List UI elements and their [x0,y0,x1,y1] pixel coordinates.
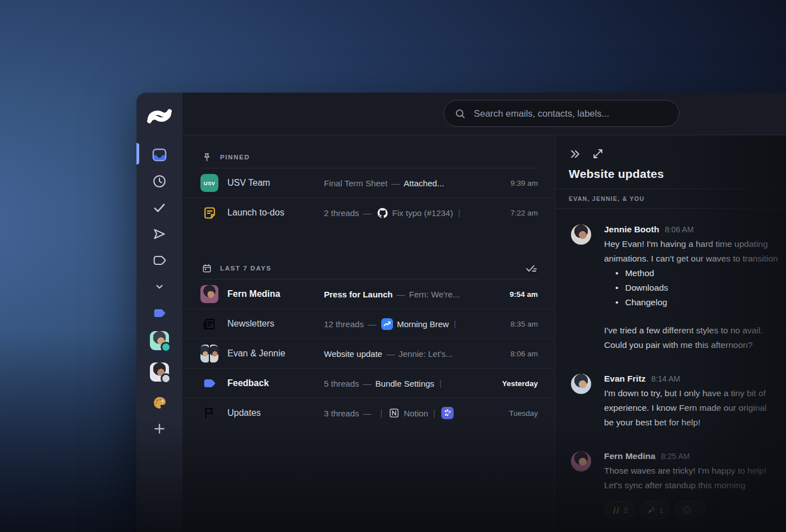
participants-bar: EVAN, JENNIE, & YOU [555,189,786,209]
snippet-text: 3 threads [324,409,359,418]
snippet-text: Notion [404,409,428,418]
snippet-text: Fix typo (#1234) [392,208,453,218]
snippet-text: | [449,319,461,328]
sidebar-nav [147,145,172,446]
message: Evan Fritz8:14 AMI'm down to try, but I … [571,374,786,430]
active-indicator [136,143,139,164]
message-avatar [571,224,591,245]
avatar-badge: USV [200,174,218,192]
snippet-text: Morning Brew [397,319,449,329]
mark-all-done-icon[interactable] [524,262,538,275]
label-outline-icon [152,253,167,268]
thread-row[interactable]: Fern MedinaPress for Launch—Fern: We're.… [182,279,555,309]
message-time: 8:25 AM [661,452,689,461]
message-list: Jennie Booth8:06 AMHey Evan! I'm having … [555,209,786,519]
sidebar-item-inbox[interactable] [147,145,172,164]
thread-avatar [200,204,218,222]
reaction-pill[interactable]: 2 [604,501,634,519]
thread-time: Tuesday [494,409,538,418]
add-reaction-button[interactable] [675,501,705,519]
snippet-text: — [382,349,399,359]
search-bar[interactable] [444,100,679,127]
content-area: PINNED USVUSV TeamFinal Term Sheet—Attac… [182,93,786,532]
thread-time: 8:35 am [494,320,538,328]
chevron-down-icon [153,281,166,293]
expand-panel-icon[interactable] [592,148,604,160]
sidebar-item-add[interactable] [147,419,172,438]
sidebar-item-snoozed[interactable] [147,172,172,191]
status-dot [161,342,171,352]
status-dot [161,373,171,384]
snippet-text: — [387,178,404,188]
sidebar-item-label-blue[interactable] [147,304,172,323]
message-body: Jennie Booth8:06 AMHey Evan! I'm having … [604,224,786,352]
message-line: I've tried a few different styles to no … [604,323,786,338]
thread-row[interactable]: Evan & JennieWebsite update—Jennie: Let'… [182,338,555,368]
message-line: animations. I can't get our waves to tra… [604,251,786,266]
notion-icon [389,407,400,419]
thread-avatar [200,404,218,422]
snippet-text: Fern: We're... [409,290,460,299]
message: Jennie Booth8:06 AMHey Evan! I'm having … [571,224,786,352]
calendar-icon [202,263,212,274]
check-icon [152,200,167,215]
thread-time: Yesterday [494,379,538,388]
thread-row[interactable]: USVUSV TeamFinal Term Sheet—Attached...9… [182,168,555,198]
snippet-text: Final Term Sheet [324,178,387,188]
sidebar-item-sent[interactable] [147,224,172,244]
thread-name: Launch to-dos [227,208,324,218]
thread-avatar [200,374,218,392]
message-sender: Evan Fritz [604,374,646,383]
panel-header: Website updates [555,135,786,189]
message-avatar [571,451,591,471]
snippet-text: Website update [324,349,382,359]
send-icon [152,226,167,242]
snippet-text: — [359,409,376,418]
collapse-panel-icon[interactable] [569,148,582,160]
palette-icon [152,395,167,410]
bullet-list: MethodDownloadsChangelog [604,266,786,310]
sidebar-item-done[interactable] [147,198,172,217]
top-bar [182,93,786,135]
reaction-pill[interactable]: 1 [639,501,670,519]
snippet-text: | [428,409,441,418]
sidebar-item-more[interactable] [147,277,172,296]
thread-row[interactable]: Launch to-dos2 threads—Fix typo (#1234)|… [182,198,555,227]
thread-snippet: Press for Launch—Fern: We're... [324,290,494,299]
thread-row[interactable]: Newsletters12 threads—Morning Brew|8:35 … [182,309,555,338]
message-line: be your best bet for help! [604,415,786,430]
snippet-text: Press for Launch [324,290,393,299]
thread-title: Website updates [569,167,773,181]
sidebar-item-bundles[interactable] [147,251,172,270]
thread-time: 9:39 am [494,179,538,187]
thread-snippet: Website update—Jennie: Let's... [324,349,494,359]
thread-snippet: 5 threads—Bundle Settings| [324,379,494,388]
snippet-text: — [359,379,376,388]
message-line: Could you pair with me this afternoon? [604,338,786,352]
thread-row[interactable]: Updates3 threads—|Notion|Tuesday [182,398,555,428]
message-sender: Fern Medina [604,451,655,461]
tag-blue-icon [202,375,217,391]
inbox-icon [151,146,168,163]
snippet-text: | [453,208,465,217]
snippet-text: | [435,379,447,388]
snippet-text: | [376,409,388,418]
snippet-text: Bundle Settings [376,379,435,388]
plus-icon [152,421,167,436]
thread-snippet: 3 threads—|Notion| [324,407,494,419]
section-label: LAST 7 DAYS [220,265,524,272]
thread-name: Feedback [227,378,324,388]
pinned-rows: USVUSV TeamFinal Term Sheet—Attached...9… [182,168,555,227]
sidebar-item-contact-evan[interactable] [147,330,172,351]
search-icon [454,108,466,120]
section-header-pinned: PINNED [182,135,555,166]
sidebar-item-theme-palette[interactable] [147,393,172,412]
sidebar-item-contact-jennie[interactable] [147,361,172,383]
search-input[interactable] [473,108,669,120]
thread-snippet: 2 threads—Fix typo (#1234)| [324,207,494,219]
thread-row[interactable]: Feedback5 threads—Bundle Settings|Yester… [182,368,555,398]
github-icon [377,207,389,219]
section-label: PINNED [220,154,538,160]
thread-snippet: 12 threads—Morning Brew| [324,318,494,330]
morning-brew-icon [381,318,393,330]
